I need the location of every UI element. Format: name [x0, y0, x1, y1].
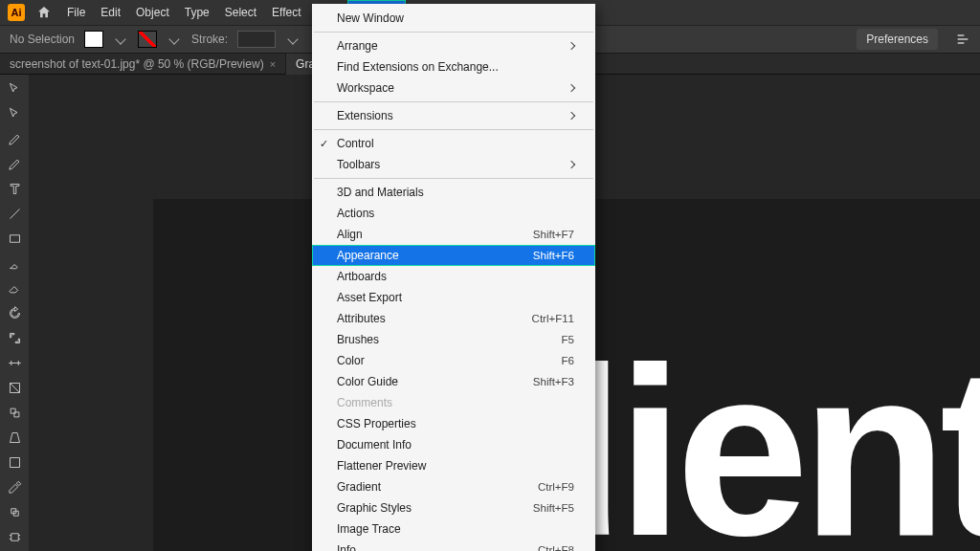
menu-item-label: Color Guide [337, 375, 533, 388]
menu-item-shortcut: F5 [562, 334, 574, 345]
menu-type[interactable]: Type [177, 1, 217, 24]
rectangle-tool[interactable] [3, 228, 26, 249]
curvature-tool[interactable] [3, 153, 26, 174]
menu-item-shortcut: Shift+F6 [533, 250, 574, 261]
menu-item-actions[interactable]: Actions [312, 203, 595, 224]
menu-item-label: Info [337, 543, 538, 551]
menu-item-label: Attributes [337, 312, 532, 325]
chevron-right-icon [568, 84, 575, 92]
scale-tool[interactable] [3, 327, 26, 348]
menu-item-shortcut: Ctrl+F8 [538, 544, 574, 551]
rotate-tool[interactable] [3, 302, 26, 323]
app-logo-icon: Ai [8, 4, 25, 21]
menu-item-shortcut: Shift+F3 [533, 376, 574, 387]
menu-item-label: Align [337, 228, 533, 241]
perspective-tool[interactable] [3, 427, 26, 448]
selection-tool[interactable] [3, 78, 26, 99]
chevron-right-icon [568, 42, 575, 50]
shape-builder-tool[interactable] [3, 402, 26, 423]
close-icon[interactable]: × [270, 58, 276, 70]
menu-item-label: Image Trace [337, 522, 574, 536]
window-menu-dropdown: New WindowArrangeFind Extensions on Exch… [312, 4, 595, 551]
menu-item-label: Color [337, 354, 562, 367]
menu-item-label: Arrange [337, 39, 568, 53]
menu-item-label: Workspace [337, 81, 568, 95]
home-icon[interactable] [36, 5, 52, 20]
document-tab[interactable]: screenshot of text-01.jpg* @ 50 % (RGB/P… [0, 54, 286, 75]
menu-item-label: CSS Properties [337, 417, 574, 430]
menu-item-align[interactable]: AlignShift+F7 [312, 224, 595, 245]
menu-item-shortcut: Ctrl+F11 [532, 313, 574, 324]
menu-item-color-guide[interactable]: Color GuideShift+F3 [312, 371, 595, 392]
menu-item-extensions[interactable]: Extensions [312, 105, 595, 126]
menu-item-new-window[interactable]: New Window [312, 8, 595, 29]
menu-item-label: New Window [337, 11, 574, 25]
menu-separator [314, 129, 593, 130]
paintbrush-tool[interactable] [3, 253, 26, 274]
menu-item-css-properties[interactable]: CSS Properties [312, 413, 595, 434]
menu-item-gradient[interactable]: GradientCtrl+F9 [312, 476, 595, 497]
eyedropper-tool[interactable] [3, 476, 26, 497]
chevron-down-icon[interactable] [168, 33, 179, 44]
stroke-swatch[interactable] [138, 31, 157, 48]
menu-item-label: Appearance [337, 249, 533, 262]
menu-item-label: Actions [337, 207, 574, 220]
free-transform-tool[interactable] [3, 377, 26, 398]
artboard-tool[interactable] [3, 526, 26, 547]
gradient-tool[interactable] [3, 452, 26, 473]
menu-item-label: Extensions [337, 109, 568, 122]
menu-item-brushes[interactable]: BrushesF5 [312, 329, 595, 350]
chevron-down-icon[interactable] [115, 33, 125, 44]
menu-item-asset-export[interactable]: Asset Export [312, 287, 595, 308]
menu-item-document-info[interactable]: Document Info [312, 434, 595, 455]
menu-item-color[interactable]: ColorF6 [312, 350, 595, 371]
menu-item-label: Artboards [337, 270, 574, 283]
pen-tool[interactable] [3, 128, 26, 149]
width-tool[interactable] [3, 352, 26, 373]
menu-item-arrange[interactable]: Arrange [312, 35, 595, 56]
menu-item-label: Graphic Styles [337, 501, 533, 515]
menu-effect[interactable]: Effect [264, 1, 308, 24]
menu-select[interactable]: Select [217, 1, 264, 24]
menu-item-find-extensions-on-exchange[interactable]: Find Extensions on Exchange... [312, 56, 595, 77]
menu-item-flattener-preview[interactable]: Flattener Preview [312, 455, 595, 476]
menu-item-toolbars[interactable]: Toolbars [312, 154, 595, 175]
chevron-down-icon[interactable] [287, 33, 298, 44]
menu-item-shortcut: Ctrl+F9 [538, 481, 574, 493]
menu-item-info[interactable]: InfoCtrl+F8 [312, 540, 595, 551]
preferences-button[interactable]: Preferences [857, 29, 938, 50]
menu-item-label: Document Info [337, 438, 574, 452]
menu-item-appearance[interactable]: AppearanceShift+F6 [312, 245, 595, 266]
blend-tool[interactable] [3, 501, 26, 522]
selection-status: No Selection [10, 33, 75, 46]
menu-item-label: Asset Export [337, 291, 574, 304]
tools-panel [0, 75, 29, 551]
menu-item-attributes[interactable]: AttributesCtrl+F11 [312, 308, 595, 329]
fill-swatch[interactable] [84, 31, 103, 48]
menu-item-image-trace[interactable]: Image Trace [312, 518, 595, 540]
menu-item-artboards[interactable]: Artboards [312, 266, 595, 287]
menu-separator [314, 101, 593, 102]
menu-item-label: Flattener Preview [337, 459, 574, 473]
menu-item-label: Brushes [337, 333, 562, 346]
menu-edit[interactable]: Edit [93, 1, 128, 24]
direct-selection-tool[interactable] [3, 103, 26, 124]
chevron-right-icon [568, 112, 575, 120]
menu-item-label: Control [337, 137, 574, 150]
line-tool[interactable] [3, 203, 26, 224]
menu-separator [314, 32, 593, 33]
stroke-weight-input[interactable] [237, 31, 276, 48]
type-tool[interactable] [3, 178, 26, 199]
stroke-label: Stroke: [191, 33, 228, 46]
menu-item-control[interactable]: Control [312, 133, 595, 154]
menu-item-3d-and-materials[interactable]: 3D and Materials [312, 182, 595, 203]
eraser-tool[interactable] [3, 277, 26, 298]
menu-item-label: Comments [337, 396, 574, 409]
menu-object[interactable]: Object [128, 1, 177, 24]
menu-item-workspace[interactable]: Workspace [312, 77, 595, 99]
panel-options-icon[interactable] [955, 32, 970, 47]
menu-item-shortcut: Shift+F7 [533, 229, 574, 240]
menu-file[interactable]: File [59, 1, 93, 24]
menu-item-shortcut: Shift+F5 [533, 502, 574, 514]
menu-item-graphic-styles[interactable]: Graphic StylesShift+F5 [312, 497, 595, 518]
